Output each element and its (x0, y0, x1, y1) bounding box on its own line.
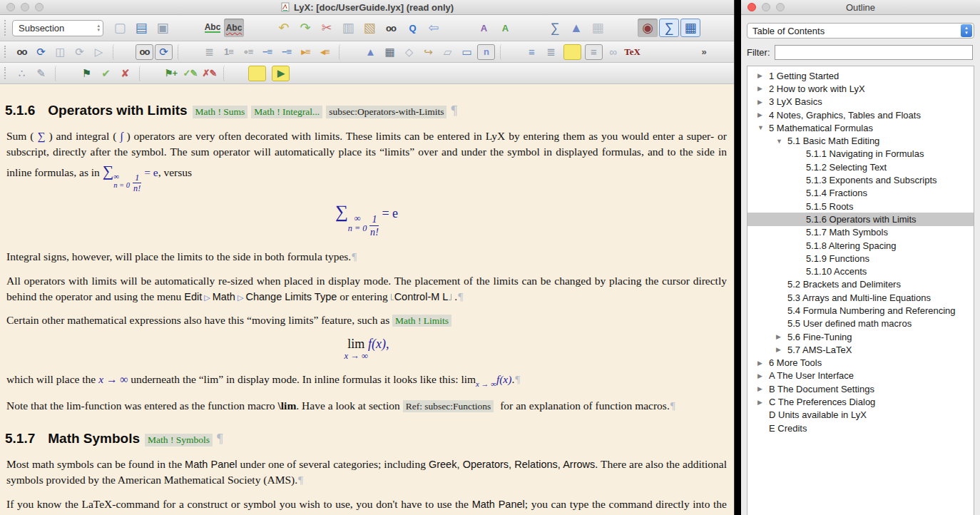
inline-math[interactable]: x → ∞ (98, 373, 128, 385)
outline-tree-item[interactable]: 5.1.2 Selecting Text (747, 160, 974, 173)
toolbar-overflow-button[interactable]: » (695, 44, 713, 60)
close-button[interactable] (747, 3, 756, 11)
open-document-button[interactable]: ▤ (131, 19, 151, 37)
table-panel-toggle-button[interactable]: ▦ (680, 19, 700, 37)
move-paragraph-up-button[interactable]: ◂≡ (316, 44, 334, 60)
next-note-button[interactable]: ▶ (272, 66, 290, 81)
minimize-button[interactable] (21, 3, 29, 11)
find-replace-button[interactable]: Q (402, 19, 422, 37)
next-change-button[interactable]: ⚑ (78, 66, 96, 81)
disclosure-triangle-icon[interactable]: ▼ (775, 138, 787, 145)
undo-button[interactable]: ↶ (274, 19, 294, 37)
inline-sum-formula[interactable]: ∑∞n = 01n!= e (103, 166, 158, 178)
window-controls[interactable] (747, 3, 785, 11)
view-other-formats-button[interactable]: oo (136, 44, 153, 60)
disclosure-triangle-icon[interactable]: ▶ (756, 399, 769, 406)
insert-math-button[interactable]: ∑ (545, 19, 565, 37)
outline-tree-item[interactable]: 5.3 Arrays and Multi-line Equations (747, 291, 974, 304)
inline-lim-formula[interactable]: limx → ∞f(x) (461, 373, 511, 385)
outline-tree-item[interactable]: ▼ 5 Mathematical Formulas (747, 121, 974, 134)
outline-tree-item[interactable]: ▶ 4 Notes, Graphics, Tables and Floats (747, 108, 974, 121)
outline-tree[interactable]: ▶ 1 Getting Started ▶ 2 How to work with… (747, 66, 974, 515)
disclosure-triangle-icon[interactable]: ▶ (756, 85, 769, 92)
find-button[interactable]: oo (381, 19, 401, 37)
table-dialog-button[interactable]: ▦ (381, 44, 399, 60)
note-button[interactable] (248, 66, 266, 81)
show-changes-button[interactable]: ✎ (32, 66, 50, 81)
decrease-depth-button[interactable]: −≡ (258, 44, 276, 60)
outline-tree-item[interactable]: ▶ 3 LyX Basics (747, 96, 974, 108)
outline-tree-item[interactable]: ▼ 5.1 Basic Math Editing (747, 134, 974, 147)
outline-tree-item[interactable]: ▶ B The Document Settings (747, 382, 974, 395)
update-master-button[interactable]: ⟳ (71, 44, 88, 60)
track-changes-button[interactable]: ∴ (13, 66, 31, 81)
outline-titlebar[interactable]: Outline (741, 0, 980, 15)
outline-tree-item[interactable]: 5.2 Brackets and Delimiters (747, 278, 974, 291)
disclosure-triangle-icon[interactable]: ▼ (756, 124, 769, 131)
outline-tree-item[interactable]: 5.1.5 Roots (747, 200, 974, 213)
disclosure-triangle-icon[interactable]: ▶ (756, 360, 769, 367)
accept-change-button[interactable]: ✔ (97, 66, 115, 81)
text-style-button[interactable]: A (474, 19, 494, 37)
apply-last-style-button[interactable]: A (495, 19, 515, 37)
outline-tree-item[interactable]: ▶ 2 How to work with LyX (747, 82, 974, 95)
insert-text-inset-button[interactable]: ≡ (585, 44, 603, 60)
insert-float-button[interactable]: ▱ (439, 44, 456, 60)
window-controls[interactable] (6, 3, 44, 11)
update-other-formats-button[interactable]: ⟳ (155, 44, 173, 60)
move-paragraph-down-button[interactable]: ▸≡ (297, 44, 315, 60)
outline-tree-item[interactable]: 5.1.8 Altering Spacing (747, 239, 974, 252)
outline-tree-item[interactable]: ▶ 5.6 Fine-Tuning (747, 330, 974, 343)
disclosure-triangle-icon[interactable]: ▶ (775, 346, 787, 353)
outline-tree-item[interactable]: 5.1.7 Math Symbols (747, 226, 974, 239)
insert-table-button[interactable]: ▦ (588, 19, 608, 37)
paragraph-settings-button[interactable]: ≡ (523, 44, 541, 60)
math-panel-toggle-button[interactable]: ∑ (659, 19, 679, 37)
wrap-float-button[interactable]: ↪ (419, 44, 437, 60)
continuous-spellcheck-button[interactable]: Abc (224, 19, 244, 37)
outline-tree-item[interactable]: 5.1.3 Exponents and Subscripts (747, 173, 974, 186)
navigate-back-button[interactable]: ⇦ (424, 19, 444, 37)
layout-justify-button[interactable]: ≣ (200, 44, 218, 60)
reject-change-button[interactable]: ✘ (116, 66, 134, 81)
paste-button[interactable]: ▧ (359, 19, 379, 37)
outline-tree-item[interactable]: 5.4 Formula Numbering and Referencing (747, 304, 974, 317)
outline-tree-item[interactable]: E Credits (747, 422, 974, 434)
outline-tree-item[interactable]: ▶ A The User Interface (747, 369, 974, 382)
label-inset-badge[interactable]: subsec:Operators-with-Limits (326, 106, 446, 118)
minimize-button[interactable] (762, 3, 770, 11)
outline-tree-item[interactable]: ▶ 5.7 AMS-LaTeX (747, 343, 974, 356)
cut-button[interactable]: ✂ (317, 19, 337, 37)
filter-input[interactable] (775, 45, 974, 60)
insert-tex-code-button[interactable]: TeX (623, 44, 641, 60)
numbered-list-button[interactable]: 1≡ (220, 44, 238, 60)
zoom-button[interactable] (35, 3, 44, 11)
index-inset-badge[interactable]: Math ! Symbols (145, 434, 213, 447)
spellcheck-button[interactable]: Abc (203, 19, 223, 37)
inline-math[interactable]: ∑ (37, 130, 45, 142)
save-document-button[interactable]: ▣ (153, 19, 173, 37)
main-titlebar[interactable]: LyX: [doc/UserGuide.lyx] (read only) (0, 0, 734, 15)
display-lim-formula[interactable]: limx → ∞f(x), (6, 337, 727, 361)
preview-button[interactable]: oo (13, 44, 31, 60)
outline-tree-item[interactable]: 5.1.1 Navigating in Formulas (747, 148, 974, 160)
navigator-compass-button[interactable]: ◉ (638, 19, 658, 37)
document-settings-button[interactable]: ≣ (542, 44, 560, 60)
document-area[interactable]: 5.1.6 Operators with Limits Math ! Sums … (0, 84, 734, 515)
outline-tree-item[interactable]: 5.5 User defined math macros (747, 317, 974, 330)
outline-tree-item[interactable]: ▶ C The Preferences Dialog (747, 395, 974, 408)
insert-label-button[interactable]: ◇ (400, 44, 418, 60)
view-source-button[interactable]: ▷ (90, 44, 108, 60)
outline-tree-item[interactable]: 5.1.6 Operators with Limits (747, 213, 974, 225)
toc-type-select[interactable]: Table of Contents ▲▼ (747, 23, 974, 39)
insert-note-button[interactable] (563, 44, 581, 60)
close-button[interactable] (6, 3, 15, 11)
new-document-button[interactable]: ▢ (110, 19, 130, 37)
reject-all-changes-button[interactable]: ✗✎ (200, 66, 218, 81)
outline-tree-item[interactable]: ▶ 6 More Tools (747, 357, 974, 369)
display-sum-formula[interactable]: ∑∞n = 01n!= e (6, 202, 727, 238)
disclosure-triangle-icon[interactable]: ▶ (775, 333, 787, 340)
redo-button[interactable]: ↷ (295, 19, 315, 37)
copy-button[interactable]: ▥ (338, 19, 358, 37)
insert-box-button[interactable]: ▭ (458, 44, 476, 60)
